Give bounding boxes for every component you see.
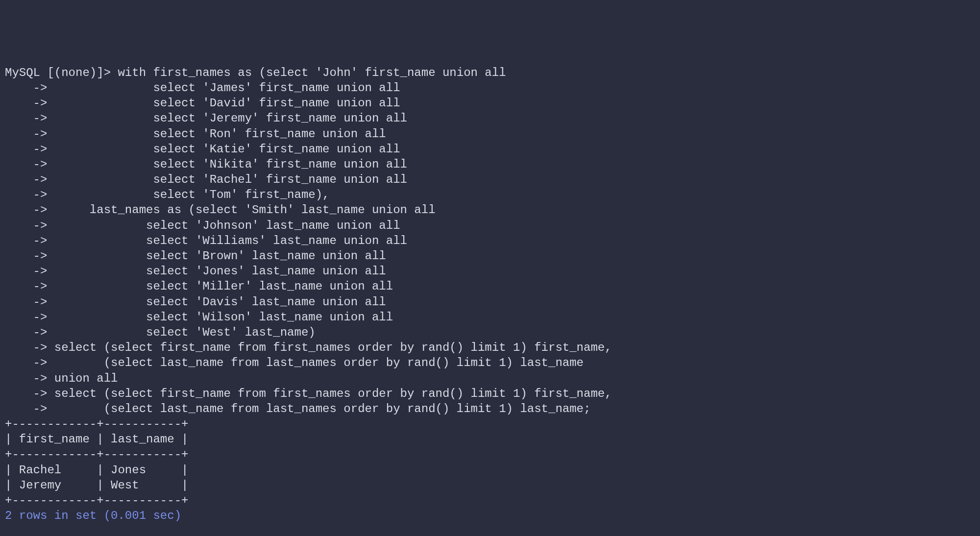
table-row: | Jeremy | West |	[5, 478, 975, 493]
continuation-prompt: ->	[5, 112, 54, 125]
table-row: | Rachel | Jones |	[5, 463, 975, 478]
sql-line: select 'Jeremy' first_name union all	[54, 112, 407, 125]
sql-line: select 'Nikita' first_name union all	[54, 158, 407, 171]
result-summary: 2 rows in set (0.001 sec)	[5, 508, 975, 523]
sql-line: select 'Miller' last_name union all	[54, 280, 393, 293]
sql-line: (select last_name from last_names order …	[54, 356, 584, 369]
sql-line: select 'Wilson' last_name union all	[54, 311, 393, 324]
continuation-prompt: ->	[5, 203, 54, 217]
sql-line: select 'Johnson' last_name union all	[54, 219, 400, 232]
continuation-prompt: ->	[5, 280, 54, 293]
sql-line: (select last_name from last_names order …	[54, 402, 591, 415]
sql-line: select 'Davis' last_name union all	[54, 295, 386, 309]
table-border: +------------+-----------+	[5, 447, 975, 462]
continuation-prompt: ->	[5, 387, 54, 400]
continuation-prompt: ->	[5, 265, 54, 278]
continuation-prompt: ->	[5, 234, 54, 247]
sql-line: select 'West' last_name)	[54, 326, 316, 339]
continuation-prompt: ->	[5, 326, 54, 339]
continuation-prompt: ->	[5, 143, 54, 156]
sql-line: last_names as (select 'Smith' last_name …	[54, 203, 436, 217]
continuation-prompt: ->	[5, 219, 54, 232]
continuation-prompt: ->	[5, 81, 54, 95]
sql-line: select 'Tom' first_name),	[54, 188, 330, 201]
continuation-prompt: ->	[5, 356, 54, 369]
sql-line: select (select first_name from first_nam…	[54, 341, 612, 354]
sql-line: select 'Williams' last_name union all	[54, 234, 407, 247]
continuation-prompt: ->	[5, 402, 54, 415]
sql-line: union all	[54, 372, 118, 385]
continuation-prompt: ->	[5, 127, 54, 141]
table-border: +------------+-----------+	[5, 493, 975, 508]
continuation-prompt: ->	[5, 158, 54, 171]
sql-line: select 'Jones' last_name union all	[54, 265, 386, 278]
continuation-prompt: ->	[5, 295, 54, 309]
sql-line: select 'Katie' first_name union all	[54, 143, 400, 156]
continuation-prompt: ->	[5, 188, 54, 201]
table-header: | first_name | last_name |	[5, 432, 975, 447]
continuation-prompt: ->	[5, 97, 54, 110]
sql-line: select 'Rachel' first_name union all	[54, 173, 407, 186]
sql-line: select 'James' first_name union all	[54, 81, 400, 95]
sql-line: with first_names as (select 'John' first…	[118, 66, 506, 79]
mysql-prompt: MySQL [(none)]>	[5, 66, 118, 79]
continuation-prompt: ->	[5, 311, 54, 324]
terminal[interactable]: MySQL [(none)]> with first_names as (sel…	[5, 65, 975, 536]
sql-line: select 'Brown' last_name union all	[54, 249, 386, 263]
sql-line: select (select first_name from first_nam…	[54, 387, 612, 400]
continuation-prompt: ->	[5, 341, 54, 354]
continuation-prompt: ->	[5, 249, 54, 263]
sql-line: select 'David' first_name union all	[54, 97, 400, 110]
continuation-prompt: ->	[5, 372, 54, 385]
sql-line: select 'Ron' first_name union all	[54, 127, 386, 141]
table-border: +------------+-----------+	[5, 416, 975, 432]
continuation-prompt: ->	[5, 173, 54, 186]
